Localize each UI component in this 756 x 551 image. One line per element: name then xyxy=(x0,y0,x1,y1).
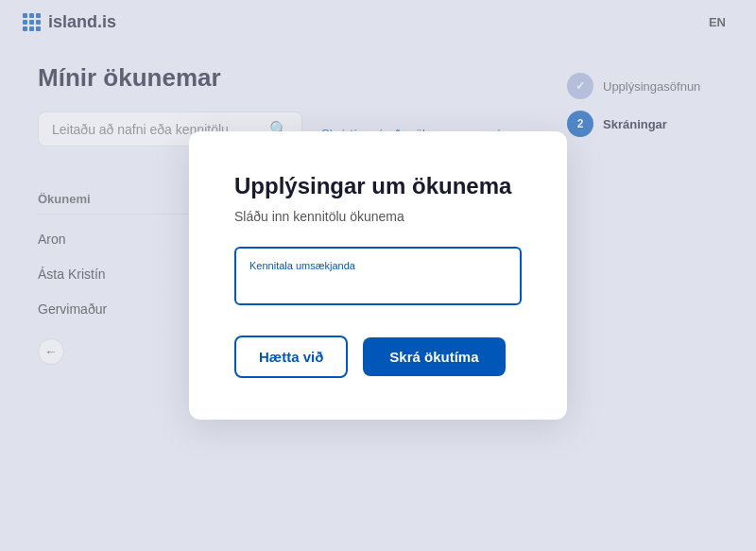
modal-subtitle: Sláðu inn kennitölu ökunema xyxy=(234,209,522,224)
submit-button[interactable]: Skrá ökutíma xyxy=(363,337,505,376)
kennitala-input[interactable] xyxy=(249,275,507,291)
kennitala-input-label: Kennitala umsækjanda xyxy=(249,260,507,271)
modal: Upplýsingar um ökunema Sláðu inn kennitö… xyxy=(189,131,567,420)
cancel-button[interactable]: Hætta við xyxy=(234,336,348,378)
modal-actions: Hætta við Skrá ökutíma xyxy=(234,336,522,378)
kennitala-input-wrap: Kennitala umsækjanda xyxy=(234,247,522,305)
modal-overlay: Upplýsingar um ökunema Sláðu inn kennitö… xyxy=(0,0,756,551)
modal-title: Upplýsingar um ökunema xyxy=(234,173,522,199)
